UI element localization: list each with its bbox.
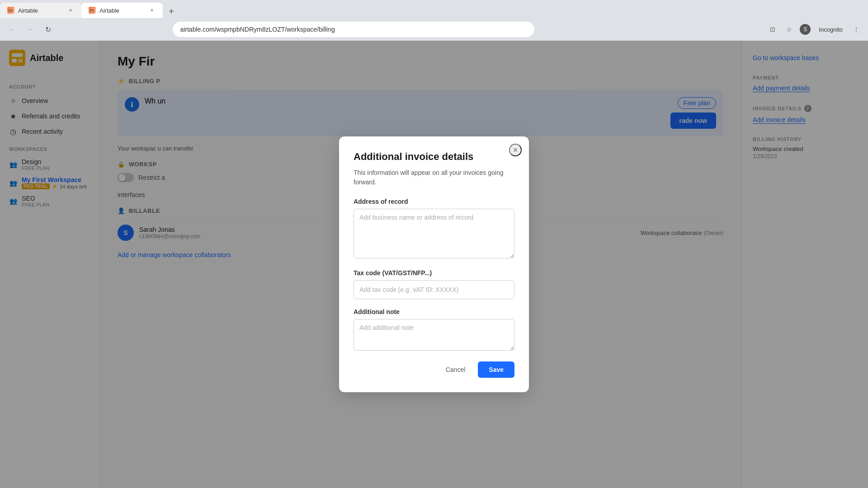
browser-tab-2[interactable]: 🗃 Airtable ×	[81, 3, 163, 18]
tax-input[interactable]	[354, 280, 514, 299]
incognito-button[interactable]: Incognito	[815, 24, 846, 35]
modal-title: Additional invoice details	[354, 151, 514, 163]
tab-favicon-1: 🗃	[7, 7, 14, 14]
tab-close-2[interactable]: ×	[148, 7, 156, 14]
browser-chrome: 🗃 Airtable × 🗃 Airtable × + ← → ↻ ⊡ ☆ S …	[0, 0, 868, 41]
address-bar-input[interactable]	[173, 22, 534, 37]
note-textarea[interactable]	[354, 319, 514, 351]
browser-tabs: 🗃 Airtable × 🗃 Airtable × +	[0, 0, 868, 18]
invoice-details-modal: × Additional invoice details This inform…	[339, 136, 529, 392]
tax-label: Tax code (VAT/GST/NFP...)	[354, 269, 514, 277]
modal-close-button[interactable]: ×	[509, 144, 522, 156]
menu-icon[interactable]: ⋮	[850, 23, 863, 36]
modal-description: This information will appear on all your…	[354, 168, 514, 187]
tab-label-2: Airtable	[99, 7, 119, 14]
incognito-label: Incognito	[819, 26, 843, 33]
back-button[interactable]: ←	[5, 23, 18, 36]
cast-icon[interactable]: ⊡	[766, 23, 779, 36]
browser-tab-1[interactable]: 🗃 Airtable ×	[0, 3, 81, 18]
bookmark-icon[interactable]: ☆	[783, 23, 795, 36]
address-field-group: Address of record	[354, 198, 514, 260]
browser-address-bar: ← → ↻ ⊡ ☆ S Incognito ⋮	[0, 18, 868, 41]
save-button[interactable]: Save	[478, 361, 514, 378]
browser-actions: ⊡ ☆ S Incognito ⋮	[766, 23, 863, 36]
tax-field-group: Tax code (VAT/GST/NFP...)	[354, 269, 514, 299]
note-field-group: Additional note	[354, 308, 514, 352]
tab-label-1: Airtable	[18, 7, 38, 14]
cancel-button[interactable]: Cancel	[439, 361, 473, 378]
address-textarea[interactable]	[354, 209, 514, 258]
forward-button[interactable]: →	[24, 23, 36, 36]
profile-icon[interactable]: S	[799, 23, 811, 36]
reload-button[interactable]: ↻	[42, 23, 54, 36]
note-label: Additional note	[354, 308, 514, 315]
new-tab-button[interactable]: +	[165, 5, 178, 18]
address-label: Address of record	[354, 198, 514, 205]
modal-actions: Cancel Save	[354, 361, 514, 378]
modal-overlay: × Additional invoice details This inform…	[0, 41, 868, 488]
incognito-avatar: S	[800, 24, 811, 35]
tab-favicon-2: 🗃	[89, 7, 96, 14]
tab-close-1[interactable]: ×	[67, 7, 74, 14]
